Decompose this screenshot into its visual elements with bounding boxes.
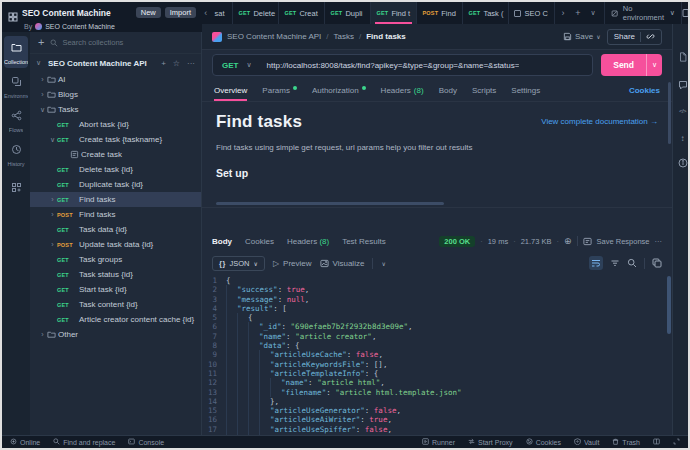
tree-item[interactable]: ›Blogs: [30, 87, 201, 102]
new-tab-button[interactable]: +: [570, 8, 585, 18]
tab-settings[interactable]: Settings: [511, 80, 540, 101]
statusbar-expand[interactable]: [673, 438, 680, 446]
response-more-icon[interactable]: ···: [655, 237, 663, 246]
tree-item[interactable]: Create task: [30, 147, 201, 162]
link-icon[interactable]: [646, 32, 655, 41]
tree-item[interactable]: ›GETFind tasks: [30, 192, 201, 207]
statusbar-trash[interactable]: Trash: [612, 438, 640, 446]
chevron-down-icon[interactable]: ∨: [38, 106, 47, 114]
byline-name[interactable]: SEO Content Machine: [45, 23, 115, 30]
add-request-icon[interactable]: +: [161, 59, 166, 68]
send-button[interactable]: Send ∨: [601, 54, 662, 76]
statusbar-runner[interactable]: Runner: [422, 438, 455, 446]
statusbar-vault[interactable]: Vault: [574, 438, 599, 446]
tree-item[interactable]: ›POSTFind tasks: [30, 207, 201, 222]
new-button[interactable]: New: [136, 7, 161, 19]
import-button[interactable]: Import: [165, 7, 196, 19]
tree-item[interactable]: ›POSTUpdate task data {id}: [30, 237, 201, 252]
tab-authorization[interactable]: Authorization: [312, 80, 366, 101]
response-tab-body[interactable]: Body: [212, 237, 232, 246]
save-chevron-icon[interactable]: ∨: [596, 33, 600, 40]
horizontal-scrollbar[interactable]: [216, 202, 444, 205]
statusbar-online[interactable]: Online: [10, 438, 40, 446]
chevron-right-icon[interactable]: ›: [38, 91, 47, 98]
documentation-icon[interactable]: [673, 52, 690, 62]
tab-params[interactable]: Params: [262, 80, 297, 101]
request-tab[interactable]: GETCreat: [279, 2, 325, 24]
request-tab[interactable]: GETTask (: [463, 2, 509, 24]
statusbar-panelgrid[interactable]: [653, 438, 660, 446]
tree-item[interactable]: ›Other: [30, 327, 201, 342]
request-tab[interactable]: GETDelete: [233, 2, 279, 24]
statusbar-console[interactable]: Console: [128, 438, 164, 446]
sidebar-item-environments[interactable]: Environments: [4, 70, 28, 102]
sidebar-item-flows[interactable]: Flows: [4, 104, 28, 136]
main-scrollbar[interactable]: [668, 82, 671, 144]
visualize-button[interactable]: Visualize: [320, 259, 365, 268]
chevron-right-icon[interactable]: ›: [48, 241, 57, 248]
workspace-title[interactable]: SEO Content Machine: [22, 8, 132, 18]
chevron-right-icon[interactable]: ›: [38, 76, 47, 83]
chevron-right-icon[interactable]: ›: [38, 331, 47, 338]
request-tab[interactable]: GETDupli: [325, 2, 371, 24]
tab-headers[interactable]: Headers(8): [381, 80, 424, 101]
method-selector[interactable]: GET ∨: [213, 61, 261, 70]
workspace-icon[interactable]: [8, 8, 18, 18]
visualize-chevron-icon[interactable]: ∨: [381, 260, 385, 267]
environment-selector[interactable]: No environment ∨: [604, 2, 680, 24]
collection-root[interactable]: ∨ SEO Content Machine API + ☆ ···: [30, 54, 201, 72]
tree-item[interactable]: GETStart task {id}: [30, 282, 201, 297]
info-icon[interactable]: [673, 158, 690, 168]
save-button[interactable]: Save ∨: [563, 32, 601, 41]
tab-overview[interactable]: Overview: [214, 80, 247, 101]
tree-item[interactable]: GETTask data {id}: [30, 222, 201, 237]
comments-icon[interactable]: [673, 80, 690, 90]
request-tab[interactable]: SEO C: [509, 2, 555, 24]
tree-item[interactable]: GETArticle creator content cache {id}: [30, 312, 201, 327]
tree-item[interactable]: ∨Tasks: [30, 102, 201, 117]
request-navigation-icon[interactable]: ↕: [673, 134, 690, 143]
chevron-right-icon[interactable]: ›: [48, 211, 57, 218]
statusbar-start-proxy[interactable]: Start Proxy: [468, 438, 513, 446]
statusbar-find-and-replace[interactable]: Find and replace: [53, 438, 115, 446]
collection-name[interactable]: SEO Content Machine API: [48, 59, 157, 68]
response-tab-cookies[interactable]: Cookies: [245, 237, 274, 246]
tab-menu-icon[interactable]: ∨: [585, 9, 600, 17]
chevron-right-icon[interactable]: ›: [48, 196, 57, 203]
tree-item[interactable]: ›AI: [30, 72, 201, 87]
code-snippet-icon[interactable]: </>: [673, 108, 690, 114]
tree-item[interactable]: GETTask content {id}: [30, 297, 201, 312]
response-scrollbar[interactable]: [667, 276, 671, 334]
sidebar-item-configure[interactable]: [4, 172, 28, 204]
format-selector[interactable]: { } JSON ∨: [212, 256, 265, 271]
search-response-icon[interactable]: [627, 258, 637, 268]
tree-item[interactable]: GETTask groups: [30, 252, 201, 267]
response-tab-headers[interactable]: Headers (8): [287, 237, 329, 246]
save-response-button[interactable]: Save Response: [597, 237, 650, 246]
scroll-tabs-right-icon[interactable]: ›: [555, 8, 570, 18]
chevron-down-icon[interactable]: ∨: [48, 136, 57, 144]
add-collection-button[interactable]: +: [38, 37, 44, 48]
tree-item[interactable]: ∨GETCreate task {taskname}: [30, 132, 201, 147]
statusbar-cookies[interactable]: Cookies: [526, 438, 561, 446]
tree-item[interactable]: GETDuplicate task {id}: [30, 177, 201, 192]
tree-item[interactable]: GETDelete task {id}: [30, 162, 201, 177]
tab-scripts[interactable]: Scripts: [472, 80, 496, 101]
request-tab[interactable]: GETFind t: [371, 2, 417, 24]
more-options-icon[interactable]: ···: [187, 59, 195, 68]
sidebar-item-collections[interactable]: Collections: [4, 36, 28, 68]
breadcrumb-folder[interactable]: Tasks: [334, 32, 354, 41]
network-icon[interactable]: ⊕: [564, 236, 572, 246]
wrap-text-icon[interactable]: [589, 256, 603, 270]
sidebar-toggle-icon[interactable]: [681, 2, 690, 24]
request-tab[interactable]: POSTFind: [417, 2, 463, 24]
documentation-link[interactable]: View complete documentation →: [541, 117, 658, 126]
send-options-chevron-icon[interactable]: ∨: [646, 54, 662, 76]
share-button[interactable]: Share: [607, 29, 662, 45]
tree-item[interactable]: GETAbort task {id}: [30, 117, 201, 132]
star-icon[interactable]: ☆: [173, 59, 180, 68]
preview-button[interactable]: ▷ Preview: [273, 259, 312, 268]
search-input[interactable]: Search collections: [50, 38, 193, 47]
response-tab-test-results[interactable]: Test Results: [342, 237, 386, 246]
scroll-tabs-left-icon[interactable]: ‹: [202, 2, 209, 24]
